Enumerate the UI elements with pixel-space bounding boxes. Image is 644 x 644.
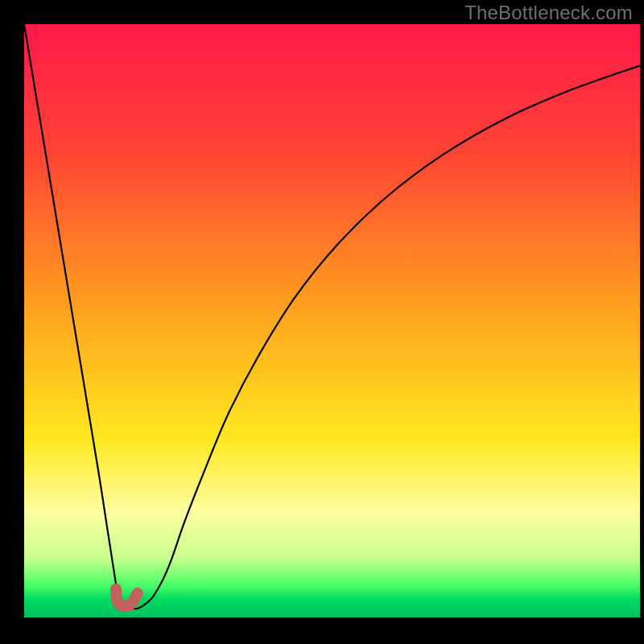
chart-frame: TheBottleneck.com [0, 0, 644, 644]
watermark-text: TheBottleneck.com [464, 2, 633, 24]
chart-svg [0, 0, 644, 644]
plot-background [24, 24, 640, 617]
